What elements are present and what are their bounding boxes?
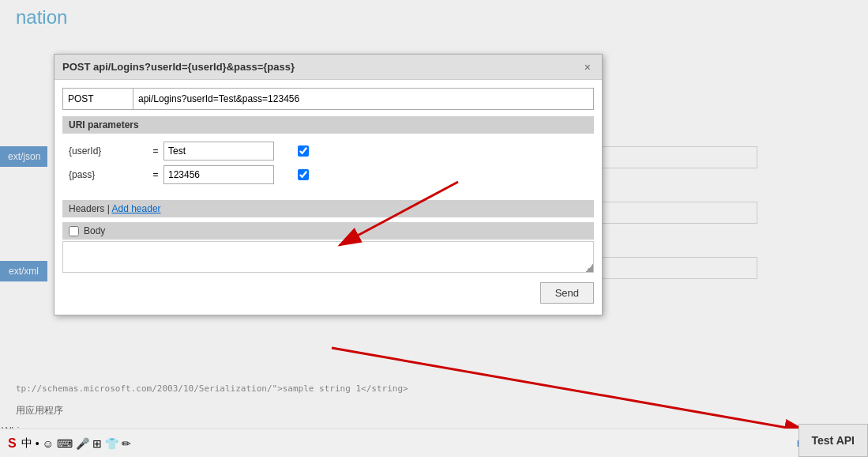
param-equals-userid: = xyxy=(148,145,163,157)
url-row xyxy=(62,88,594,110)
headers-bar: Headers | Add header xyxy=(62,200,594,217)
icon-smiley: ☺ xyxy=(43,437,54,450)
param-value-pass[interactable] xyxy=(163,165,274,184)
body-checkbox[interactable] xyxy=(69,226,79,236)
dialog-titlebar: POST api/Logins?userId={userId}&pass={pa… xyxy=(54,55,602,80)
param-row-userid: {userId} = xyxy=(69,142,588,161)
api-dialog: POST api/Logins?userId={userId}&pass={pa… xyxy=(54,54,603,315)
param-equals-pass: = xyxy=(148,169,163,180)
param-name-pass: {pass} xyxy=(69,169,148,180)
icon-shirt: 👕 xyxy=(105,437,118,450)
body-section: Body xyxy=(62,222,594,273)
sogou-icon: S xyxy=(8,436,17,451)
param-name-userid: {userId} xyxy=(69,145,148,157)
bottom-left: S 中 • ☺ ⌨ 🎤 ⊞ 👕 ✏ xyxy=(8,436,131,451)
icon-edit: ✏ xyxy=(122,437,131,450)
body-bar: Body xyxy=(62,222,594,240)
bottom-bar: S 中 • ☺ ⌨ 🎤 ⊞ 👕 ✏ https://blog.csdn Test… xyxy=(0,429,868,457)
bottom-icons: 中 • ☺ ⌨ 🎤 ⊞ 👕 ✏ xyxy=(21,436,131,451)
body-resize-handle[interactable] xyxy=(585,264,593,272)
method-input[interactable] xyxy=(62,88,133,110)
param-row-pass: {pass} = xyxy=(69,165,588,184)
icon-grid: ⊞ xyxy=(92,437,102,450)
url-input[interactable] xyxy=(133,88,594,110)
icon-mic: 🎤 xyxy=(76,437,89,450)
param-value-userid[interactable] xyxy=(163,142,274,161)
icon-dot: • xyxy=(36,437,39,450)
dialog-title: POST api/Logins?userId={userId}&pass={pa… xyxy=(62,61,295,73)
headers-label: Headers xyxy=(69,203,104,214)
headers-section: Headers | Add header xyxy=(62,200,594,217)
icon-lang: 中 xyxy=(21,436,32,451)
dialog-close-button[interactable]: × xyxy=(581,62,594,73)
add-header-link[interactable]: Add header xyxy=(112,203,161,214)
send-button[interactable]: Send xyxy=(540,282,594,304)
icon-keyboard: ⌨ xyxy=(57,437,73,450)
body-label: Body xyxy=(84,225,105,236)
dialog-body: URI parameters {userId} = {pass} = Heade… xyxy=(54,80,602,315)
body-content xyxy=(62,241,594,273)
send-row: Send xyxy=(62,279,594,307)
param-checkbox-pass[interactable] xyxy=(298,169,309,180)
params-table: {userId} = {pass} = xyxy=(62,137,594,194)
uri-params-header: URI parameters xyxy=(62,116,594,134)
param-checkbox-userid[interactable] xyxy=(298,145,309,157)
test-api-button[interactable]: Test API xyxy=(798,424,868,457)
